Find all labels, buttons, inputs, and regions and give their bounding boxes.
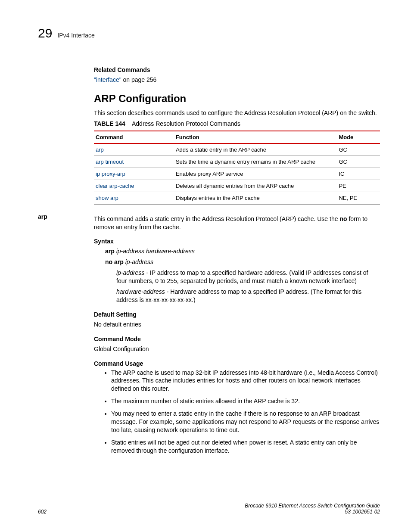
cell-mode: GC [337,143,380,156]
syntax-line-1: arp ip-address hardware-address [105,247,380,255]
param1-name: ip-address [116,269,144,276]
usage-bullet: The maximum number of static entries all… [111,397,380,405]
arp-side-label: arp [38,212,94,220]
footer-doc-title: Brocade 6910 Ethernet Access Switch Conf… [245,503,380,509]
interface-link[interactable]: "interface" [94,76,121,83]
th-function: Function [174,131,337,143]
intro-paragraph: This section describes commands used to … [94,109,380,117]
default-setting-text: No default entries [94,320,380,329]
footer-page-number: 602 [38,509,47,515]
cell-mode: IC [337,168,380,180]
chapter-title: IPv4 Interface [57,32,94,39]
syntax2-cmd: no arp [105,258,124,265]
table-row: ip proxy-arp Enables proxy ARP service I… [94,168,380,180]
cell-func: Enables proxy ARP service [174,168,337,180]
desc-pre: This command adds a static entry in the … [94,215,339,222]
table-row: arp timeout Sets the time a dynamic entr… [94,156,380,168]
cell-mode: GC [337,156,380,168]
cell-mode: PE [337,180,380,192]
cmd-link-show-arp[interactable]: show arp [96,195,118,201]
section-heading: ARP Configuration [94,93,380,105]
th-mode: Mode [337,131,380,143]
table-row: arp Adds a static entry in the ARP cache… [94,143,380,156]
cell-func: Displays entries in the ARP cache [174,192,337,204]
running-header: 29 IPv4 Interface [38,26,380,40]
related-commands-heading: Related Commands [94,66,380,73]
table-caption-row: TABLE 144 Address Resolution Protocol Co… [94,120,380,128]
related-suffix: on page 256 [121,76,157,83]
syntax-line-2: no arp ip-address [105,258,380,266]
footer-doc-number: 53-1002651-02 [245,509,380,515]
cell-func: Adds a static entry in the ARP cache [174,143,337,156]
param1-text: - IP address to map to a specified hardw… [116,269,368,284]
table-number: TABLE 144 [94,120,125,128]
table-row: clear arp-cache Deletes all dynamic entr… [94,180,380,192]
main-content: Related Commands "interface" on page 256… [94,66,380,459]
syntax1-cmd: arp [105,248,115,255]
table-row: show arp Displays entries in the ARP cac… [94,192,380,204]
footer-doc-info: Brocade 6910 Ethernet Access Switch Conf… [245,503,380,515]
command-mode-heading: Command Mode [94,336,380,342]
arp-body: This command adds a static entry in the … [94,212,380,459]
param2-name: hardware-address [116,288,165,295]
usage-bullet: The ARP cache is used to map 32-bit IP a… [111,369,380,393]
cell-mode: NE, PE [337,192,380,204]
command-mode-text: Global Configuration [94,345,380,353]
page-footer: 602 Brocade 6910 Ethernet Access Switch … [38,503,380,515]
th-command: Command [94,131,174,143]
cmd-link-arp[interactable]: arp [96,146,104,153]
cmd-link-clear-arp-cache[interactable]: clear arp-cache [96,183,134,189]
default-setting-heading: Default Setting [94,311,380,318]
arp-section: arp This command adds a static entry in … [94,212,380,459]
usage-bullet: Static entries will not be aged out nor … [111,439,380,455]
syntax1-args: ip-address hardware-address [115,248,195,255]
desc-no: no [339,215,347,222]
param-ip-address: ip-address - IP address to map to a spec… [116,269,380,285]
arp-description: This command adds a static entry in the … [94,215,380,231]
usage-list: The ARP cache is used to map 32-bit IP a… [94,369,380,455]
param-hardware-address: hardware-address - Hardware address to m… [116,288,380,304]
command-usage-heading: Command Usage [94,360,380,367]
syntax-heading: Syntax [94,238,380,245]
syntax2-args: ip-address [124,258,153,265]
cmd-link-arp-timeout[interactable]: arp timeout [96,159,124,165]
related-commands-line: "interface" on page 256 [94,76,380,84]
cell-func: Sets the time a dynamic entry remains in… [174,156,337,168]
chapter-number: 29 [38,26,52,40]
cmd-link-ip-proxy-arp[interactable]: ip proxy-arp [96,171,125,177]
cell-func: Deletes all dynamic entries from the ARP… [174,180,337,192]
table-caption: Address Resolution Protocol Commands [132,120,240,127]
page-container: 29 IPv4 Interface Related Commands "inte… [0,0,411,532]
commands-table: Command Function Mode arp Adds a static … [94,131,380,205]
usage-bullet: You may need to enter a static entry in … [111,410,380,434]
